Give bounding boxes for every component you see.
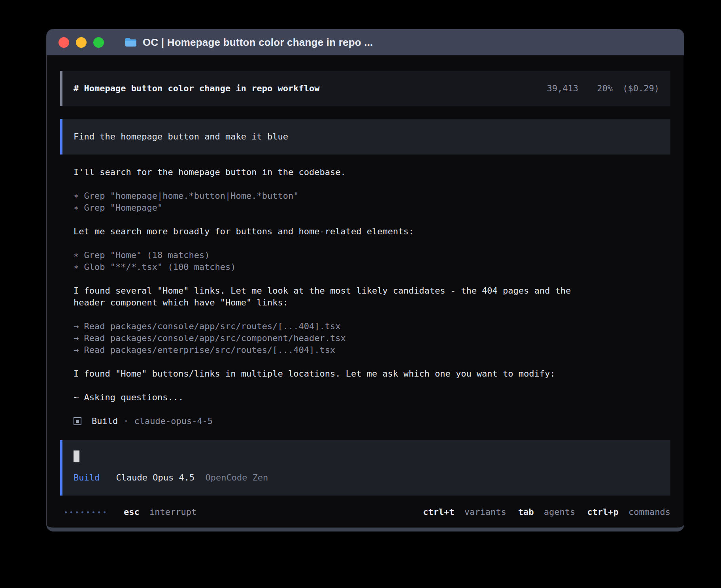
session-title: # Homepage button color change in repo w… (74, 83, 320, 94)
text-cursor[interactable] (74, 450, 79, 462)
close-button[interactable] (59, 37, 69, 48)
mode-indicator[interactable]: Build (74, 473, 100, 482)
session-stats: 39,413 20% ($0.29) (547, 83, 659, 94)
shortcut-agents[interactable]: tab agents (518, 506, 575, 518)
assistant-text: I found several "Home" links. Let me loo… (74, 285, 587, 309)
agent-status-line: Build · claude-opus-4-5 (74, 415, 670, 427)
context-percent: 20% (597, 83, 613, 93)
terminal-content: # Homepage button color change in repo w… (47, 55, 684, 528)
shortcut-label: variants (464, 507, 506, 517)
shortcut-key: tab (518, 507, 534, 517)
tool-call: ∗ Grep "homepage|home.*button|Home.*butt… (74, 190, 670, 202)
user-message: Find the homepage button and make it blu… (60, 119, 670, 155)
separator-dot: · (123, 415, 128, 427)
tool-call: → Read packages/console/app/src/componen… (74, 332, 670, 344)
prompt-input[interactable]: Build Claude Opus 4.5 OpenCode Zen (60, 440, 670, 496)
tool-call: → Read packages/console/app/src/routes/[… (74, 320, 670, 332)
tool-calls-read: → Read packages/console/app/src/routes/[… (74, 320, 670, 356)
tool-call: → Read packages/enterprise/src/routes/[.… (74, 344, 670, 356)
assistant-text: I found "Home" buttons/links in multiple… (74, 368, 587, 380)
shortcut-label: agents (544, 507, 575, 517)
conversation: I'll search for the homepage button in t… (60, 166, 670, 427)
session-header: # Homepage button color change in repo w… (60, 71, 670, 106)
minimize-button[interactable] (76, 37, 87, 48)
asking-questions-status: ~ Asking questions... (74, 392, 587, 403)
model-indicator[interactable]: Claude Opus 4.5 (116, 473, 194, 482)
statusbar: esc interrupt ctrl+t variants tab agents… (60, 506, 670, 518)
folder-icon (125, 37, 137, 47)
shortcut-variants[interactable]: ctrl+t variants (423, 506, 506, 518)
agent-square-icon (74, 417, 81, 425)
session-cost: ($0.29) (623, 83, 659, 93)
agent-model: claude-opus-4-5 (134, 415, 213, 427)
shortcut-key: ctrl+t (423, 507, 454, 517)
shortcut-label: interrupt (149, 507, 196, 517)
titlebar[interactable]: OC | Homepage button color change in rep… (47, 29, 684, 55)
tool-calls-grep-glob: ∗ Grep "Home" (18 matches) ∗ Glob "**/*.… (74, 249, 670, 273)
token-count: 39,413 (547, 83, 578, 93)
shortcut-commands[interactable]: ctrl+p commands (587, 506, 670, 518)
tool-call: ∗ Grep "Home" (18 matches) (74, 249, 670, 261)
window-title: OC | Homepage button color change in rep… (143, 36, 373, 49)
tool-call: ∗ Grep "Homepage" (74, 202, 670, 214)
provider-indicator: OpenCode Zen (205, 473, 268, 482)
zoom-button[interactable] (93, 37, 104, 48)
tool-calls-grep: ∗ Grep "homepage|home.*button|Home.*butt… (74, 190, 670, 214)
terminal-window: OC | Homepage button color change in rep… (46, 29, 684, 531)
shortcut-key: esc (124, 507, 140, 517)
tool-call: ∗ Glob "**/*.tsx" (100 matches) (74, 261, 670, 273)
input-footer: Build Claude Opus 4.5 OpenCode Zen (74, 472, 659, 484)
title-wrap: OC | Homepage button color change in rep… (125, 36, 373, 49)
shortcut-hints: ctrl+t variants tab agents ctrl+p comman… (411, 506, 670, 518)
shortcut-label: commands (629, 507, 670, 517)
assistant-text: I'll search for the homepage button in t… (74, 166, 587, 178)
assistant-text: Let me search more broadly for buttons a… (74, 226, 587, 237)
agent-name: Build (92, 415, 118, 427)
traffic-lights (59, 37, 104, 48)
shortcut-key: ctrl+p (587, 507, 618, 517)
spinner-dots-icon (65, 511, 106, 513)
shortcut-interrupt[interactable]: esc interrupt (124, 506, 196, 518)
user-message-text: Find the homepage button and make it blu… (74, 132, 288, 141)
